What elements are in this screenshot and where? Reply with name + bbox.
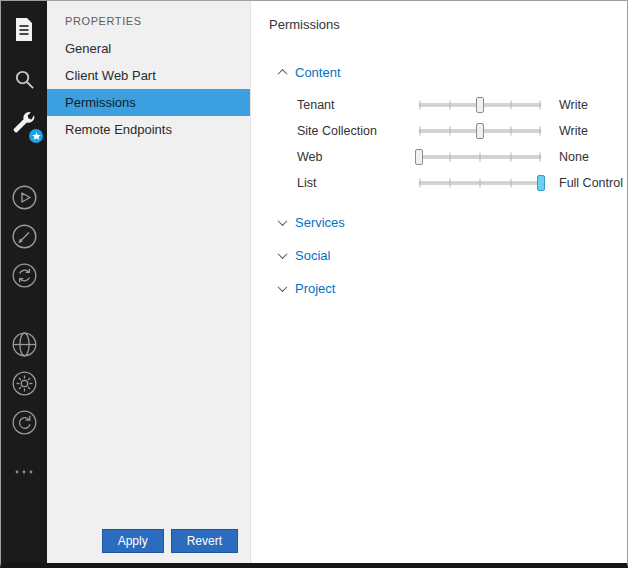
revert-button[interactable]: Revert [171, 529, 238, 553]
slider-tick [539, 153, 540, 162]
slider-tick [449, 179, 450, 188]
panel-item-client-web-part[interactable]: Client Web Part [47, 62, 250, 89]
design-icon[interactable] [9, 222, 39, 250]
slider-tick [480, 179, 481, 188]
slider-tick [510, 101, 511, 110]
globe-icon[interactable] [9, 330, 39, 358]
permission-row-web: Web None [251, 144, 627, 170]
permission-scope-label: Web [297, 150, 419, 164]
more-icon[interactable] [9, 458, 39, 486]
panel-item-permissions[interactable]: Permissions [47, 89, 250, 116]
manifest-icon[interactable] [9, 15, 39, 43]
panel-item-general[interactable]: General [47, 35, 250, 62]
section-header-services[interactable]: Services [251, 212, 627, 232]
run-icon[interactable] [9, 183, 39, 211]
section-label: Content [295, 65, 341, 80]
slider-thumb[interactable] [476, 97, 484, 113]
slider-thumb[interactable] [415, 149, 423, 165]
properties-panel: PROPERTIES General Client Web Part Permi… [47, 1, 251, 563]
slider-tick [420, 101, 421, 110]
permission-scope-label: Tenant [297, 98, 419, 112]
properties-wrench-icon[interactable] [9, 111, 39, 139]
section-label: Project [295, 281, 335, 296]
permission-row-site-collection: Site Collection Write [251, 118, 627, 144]
slider-tick [539, 127, 540, 136]
expand-chevron-icon [278, 282, 288, 292]
section-header-content[interactable]: Content [251, 62, 627, 82]
permission-slider-web[interactable] [419, 148, 541, 166]
search-icon[interactable] [9, 65, 39, 93]
slider-thumb[interactable] [476, 123, 484, 139]
slider-tick [539, 101, 540, 110]
slider-tick [420, 127, 421, 136]
collapse-chevron-icon [278, 68, 288, 78]
permission-slider-list[interactable] [419, 174, 541, 192]
main-content: Permissions Content Tenant Write [251, 1, 627, 563]
slider-tick [480, 153, 481, 162]
expand-chevron-icon [278, 249, 288, 259]
slider-tick [510, 153, 511, 162]
apply-button[interactable]: Apply [102, 529, 164, 553]
permission-row-tenant: Tenant Write [251, 92, 627, 118]
permission-value: Write [559, 124, 588, 138]
properties-star-badge [29, 129, 43, 143]
slider-tick [510, 179, 511, 188]
permission-scope-label: List [297, 176, 419, 190]
slider-tick [510, 127, 511, 136]
permission-slider-site-collection[interactable] [419, 122, 541, 140]
permission-slider-tenant[interactable] [419, 96, 541, 114]
section-label: Services [295, 215, 345, 230]
app-window: PROPERTIES General Client Web Part Permi… [0, 0, 628, 568]
slider-tick [420, 179, 421, 188]
section-label: Social [295, 248, 330, 263]
slider-thumb[interactable] [537, 175, 545, 191]
panel-button-row: Apply Revert [102, 529, 238, 553]
sync-icon[interactable] [9, 261, 39, 289]
slider-tick [449, 127, 450, 136]
section-header-project[interactable]: Project [251, 278, 627, 298]
activity-bar [1, 1, 47, 563]
redo-icon[interactable] [9, 408, 39, 436]
properties-panel-header: PROPERTIES [47, 1, 250, 35]
panel-item-remote-endpoints[interactable]: Remote Endpoints [47, 116, 250, 143]
page-title: Permissions [251, 1, 627, 32]
slider-tick [449, 101, 450, 110]
expand-chevron-icon [278, 216, 288, 226]
permission-value: Full Control [559, 176, 623, 190]
slider-tick [449, 153, 450, 162]
permission-row-list: List Full Control [251, 170, 627, 196]
section-header-social[interactable]: Social [251, 245, 627, 265]
settings-icon[interactable] [9, 369, 39, 397]
permission-value: Write [559, 98, 588, 112]
permission-value: None [559, 150, 589, 164]
permission-scope-label: Site Collection [297, 124, 419, 138]
permission-rows: Tenant Write Site Collection [251, 92, 627, 196]
